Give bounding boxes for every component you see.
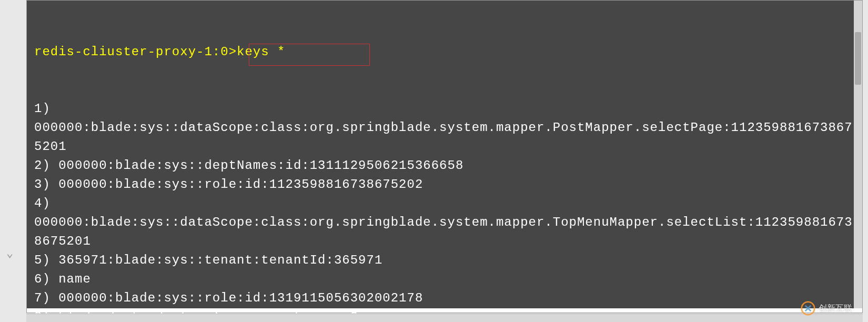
chevron-down-icon[interactable]: ⌄ <box>6 246 13 260</box>
output-line: 5) 365971:blade:sys::tenant:tenantId:365… <box>34 251 855 270</box>
terminal-prompt: redis-cliuster-proxy-1:0> <box>34 45 237 59</box>
bottom-status-bar <box>26 314 863 322</box>
output-line: 3) 000000:blade:sys::role:id:11235988167… <box>34 175 855 194</box>
terminal-output[interactable]: redis-cliuster-proxy-1:0>keys * 1)000000… <box>27 1 862 308</box>
left-sidebar: ⌄ <box>0 0 26 313</box>
prompt-line: redis-cliuster-proxy-1:0>keys * <box>34 43 855 62</box>
vertical-scrollbar[interactable] <box>854 1 862 308</box>
output-line: 000000:blade:sys::dataScope:class:org.sp… <box>34 213 855 251</box>
watermark: 创新互联 <box>801 301 852 316</box>
output-line: 000000:blade:sys::dataScope:class:org.sp… <box>34 118 855 156</box>
scrollbar-thumb[interactable] <box>855 32 861 85</box>
output-lines-container: 1)000000:blade:sys::dataScope:class:org.… <box>34 99 855 322</box>
output-line: 7) 000000:blade:sys::role:id:13191150563… <box>34 289 855 308</box>
terminal-command: keys * <box>237 45 285 59</box>
terminal-frame: redis-cliuster-proxy-1:0>keys * 1)000000… <box>26 0 863 313</box>
watermark-text: 创新互联 <box>819 303 852 314</box>
output-line: 4) <box>34 194 855 213</box>
watermark-logo-icon <box>801 301 815 316</box>
output-line: 1) <box>34 99 855 118</box>
output-line: 6) name <box>34 270 855 289</box>
output-line: 2) 000000:blade:sys::deptNames:id:131112… <box>34 156 855 175</box>
